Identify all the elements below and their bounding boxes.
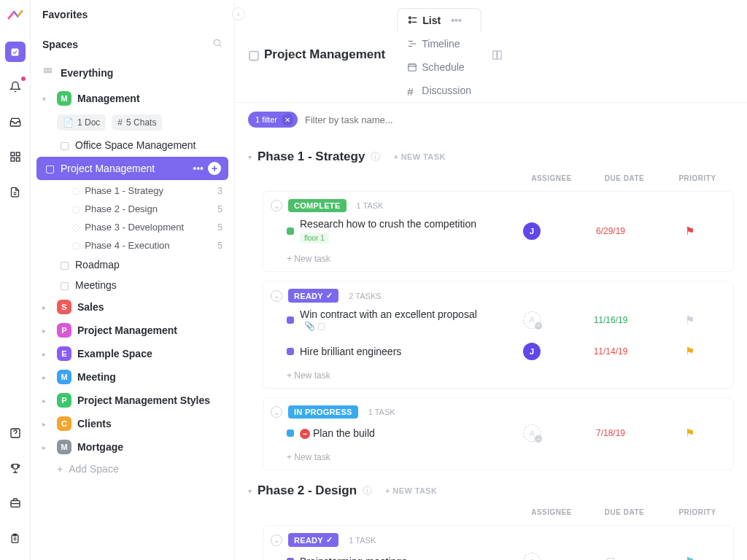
info-icon[interactable]: ⓘ: [363, 484, 372, 497]
flag-icon[interactable]: ⚑: [685, 314, 694, 326]
space-item[interactable]: ▸CClients: [31, 412, 234, 435]
more-icon[interactable]: •••: [193, 163, 204, 174]
rail-help-icon[interactable]: [5, 423, 26, 443]
assignee-add-icon[interactable]: [523, 311, 541, 329]
rail-trophy-icon[interactable]: [5, 458, 26, 478]
space-item[interactable]: ▸MMortgage: [31, 435, 234, 459]
flag-icon[interactable]: ⚑: [685, 345, 694, 357]
sidebar-phase-item[interactable]: ◌ Phase 3 - Development5: [31, 218, 234, 236]
rail-clipboard-icon[interactable]: [5, 528, 26, 548]
attachment-icon[interactable]: 📎 ▢: [304, 321, 325, 331]
assignee-avatar[interactable]: J: [523, 222, 541, 240]
folder-meetings[interactable]: ▢Meetings: [31, 275, 234, 295]
space-label: Sales: [77, 301, 104, 313]
new-task-button[interactable]: + New task: [271, 448, 726, 464]
task-tag[interactable]: floor 1: [300, 233, 329, 244]
add-space-button[interactable]: +Add Space: [31, 459, 234, 479]
new-task-button[interactable]: + New task: [271, 366, 726, 382]
folder-office-space[interactable]: ▢Office Space Management: [31, 135, 234, 155]
due-date[interactable]: 6/29/19: [596, 226, 625, 236]
collapse-icon[interactable]: ⌄: [271, 534, 282, 546]
status-square-icon[interactable]: [287, 316, 294, 324]
collapse-sidebar-icon[interactable]: ‹: [232, 7, 245, 20]
assignee-add-icon[interactable]: [523, 424, 541, 442]
search-icon[interactable]: [212, 38, 222, 50]
status-header[interactable]: ⌄ READY ✓ 1 TASK: [271, 533, 726, 547]
phase-header[interactable]: ▾ Phase 2 - Design ⓘ + NEW TASK: [248, 481, 734, 501]
task-row[interactable]: Hire brilliant engineers J 11/14/19 ⚑: [271, 337, 726, 366]
sidebar-everything[interactable]: Everything: [31, 59, 234, 87]
new-task-button[interactable]: + NEW TASK: [393, 152, 445, 161]
collapse-icon[interactable]: ⌄: [271, 290, 282, 302]
rail-briefcase-icon[interactable]: [5, 493, 26, 513]
cell-assignee: [495, 424, 568, 442]
status-header[interactable]: ⌄ READY ✓ 2 TASKS: [271, 289, 726, 303]
status-header[interactable]: ⌄ COMPLETE 1 TASK: [271, 199, 726, 212]
collapse-icon[interactable]: ⌄: [271, 406, 282, 418]
task-row[interactable]: Research how to crush the competitionflo…: [271, 212, 726, 249]
space-management[interactable]: ▾ M Management: [31, 87, 234, 110]
flag-icon[interactable]: ⚑: [685, 225, 694, 237]
task-name[interactable]: Brainstorming meetings: [300, 556, 407, 560]
task-name[interactable]: Research how to crush the competition: [300, 218, 489, 230]
sidebar-phase-item[interactable]: ◌ Phase 2 - Design5: [31, 200, 234, 218]
close-icon[interactable]: ✕: [282, 114, 293, 125]
calendar-icon[interactable]: ▢: [605, 555, 616, 560]
status-chip[interactable]: IN PROGRESS: [288, 405, 358, 419]
due-date[interactable]: 11/16/19: [594, 315, 628, 325]
task-row[interactable]: −Plan the build 7/18/19 ⚑: [271, 419, 726, 448]
task-name[interactable]: Plan the build: [313, 427, 375, 439]
chats-pill[interactable]: #5 Chats: [112, 114, 162, 131]
tab-list[interactable]: List•••: [397, 8, 481, 33]
sidebar-phase-item[interactable]: ◌ Phase 1 - Strategy3: [31, 182, 234, 200]
sidebar-phase-item[interactable]: ◌ Phase 4 - Execution5: [31, 236, 234, 254]
space-item[interactable]: ▸EExample Space: [31, 342, 234, 365]
space-item[interactable]: ▸PProject Management Styles: [31, 389, 234, 412]
tab-timeline[interactable]: Timeline: [397, 32, 481, 55]
filter-chip[interactable]: 1 filter✕: [248, 112, 298, 128]
task-name[interactable]: Hire brilliant engineers: [300, 346, 401, 357]
status-chip[interactable]: READY ✓: [288, 289, 338, 303]
status-square-icon[interactable]: [287, 228, 294, 235]
assignee-avatar[interactable]: J: [523, 343, 541, 360]
rail-notifications-icon[interactable]: [5, 77, 26, 97]
task-name[interactable]: Win contract with an excellent proposal: [300, 308, 477, 320]
folder-roadmap[interactable]: ▢Roadmap: [31, 254, 234, 275]
cell-due: 11/14/19: [574, 346, 647, 357]
more-icon[interactable]: •••: [451, 15, 462, 26]
status-header[interactable]: ⌄ IN PROGRESS 1 TASK: [271, 405, 726, 419]
new-task-button[interactable]: + New task: [271, 249, 726, 265]
filter-input[interactable]: [305, 114, 495, 125]
view-add-icon[interactable]: [481, 44, 513, 66]
rail-inbox-icon[interactable]: [5, 112, 26, 132]
rail-dashboards-icon[interactable]: [5, 147, 26, 167]
info-icon[interactable]: ⓘ: [371, 150, 380, 163]
tab-schedule[interactable]: Schedule: [397, 55, 481, 79]
app-logo-icon[interactable]: [6, 6, 25, 27]
task-row[interactable]: Brainstorming meetings ▢ ⚑: [271, 547, 726, 560]
spaces-header[interactable]: Spaces: [31, 29, 234, 59]
space-item[interactable]: ▸SSales: [31, 295, 234, 319]
favorites-header[interactable]: Favorites: [31, 0, 234, 29]
due-date[interactable]: 11/14/19: [594, 346, 628, 357]
rail-home-icon[interactable]: [5, 42, 26, 62]
status-square-icon[interactable]: [287, 348, 294, 355]
rail-docs-icon[interactable]: [5, 182, 26, 202]
collapse-icon[interactable]: ⌄: [271, 200, 282, 211]
phase-header[interactable]: ▾ Phase 1 - Strategy ⓘ + NEW TASK: [248, 147, 734, 167]
folder-project-management[interactable]: ▢ Project Management •••+: [36, 157, 228, 180]
flag-icon[interactable]: ⚑: [685, 555, 694, 560]
space-item[interactable]: ▸PProject Management: [31, 319, 234, 342]
add-icon[interactable]: +: [208, 162, 221, 175]
status-square-icon[interactable]: [287, 429, 294, 437]
tab-discussion[interactable]: #Discussion: [397, 79, 481, 102]
due-date[interactable]: 7/18/19: [596, 428, 625, 438]
assignee-add-icon[interactable]: [523, 553, 541, 560]
task-row[interactable]: Win contract with an excellent proposal📎…: [271, 303, 726, 337]
flag-icon[interactable]: ⚑: [685, 427, 694, 439]
status-chip[interactable]: COMPLETE: [288, 199, 347, 212]
new-task-button[interactable]: + NEW TASK: [385, 486, 437, 495]
doc-pill[interactable]: 📄1 Doc: [57, 114, 106, 131]
status-chip[interactable]: READY ✓: [288, 533, 338, 547]
space-item[interactable]: ▸MMeeting: [31, 365, 234, 389]
